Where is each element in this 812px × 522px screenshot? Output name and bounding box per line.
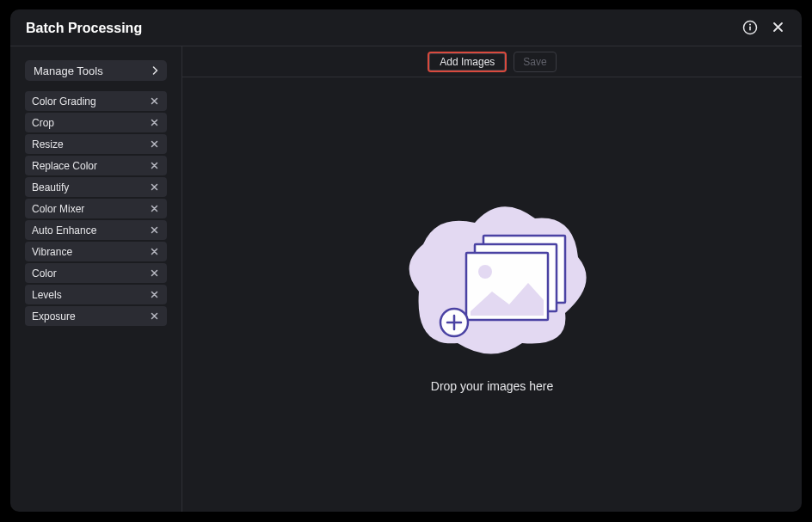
close-icon xyxy=(151,181,158,193)
tool-item-label: Crop xyxy=(32,117,54,129)
modal-header: Batch Processing xyxy=(10,9,802,46)
info-button[interactable] xyxy=(741,20,759,37)
modal-body: Manage Tools Color GradingCropResizeRepl… xyxy=(10,46,802,512)
tool-remove-button[interactable] xyxy=(148,267,160,279)
close-icon xyxy=(151,246,158,258)
save-button[interactable]: Save xyxy=(514,52,556,72)
modal-title: Batch Processing xyxy=(26,21,142,36)
tool-remove-button[interactable] xyxy=(148,203,160,215)
tool-item-label: Color Mixer xyxy=(32,203,84,215)
tool-item-label: Exposure xyxy=(32,310,76,322)
toolbar: Add Images Save xyxy=(182,46,802,77)
tool-item-label: Resize xyxy=(32,138,64,150)
tool-remove-button[interactable] xyxy=(148,160,160,172)
close-icon xyxy=(151,289,158,301)
add-images-button[interactable]: Add Images xyxy=(428,52,507,72)
tool-item-label: Color Grading xyxy=(32,95,96,107)
close-icon xyxy=(151,138,158,150)
tool-remove-button[interactable] xyxy=(148,117,160,129)
close-icon xyxy=(151,95,158,107)
tool-item[interactable]: Color Mixer xyxy=(25,199,167,218)
tool-remove-button[interactable] xyxy=(148,224,160,236)
close-icon xyxy=(151,224,158,236)
tool-remove-button[interactable] xyxy=(148,138,160,150)
tool-item[interactable]: Vibrance xyxy=(25,242,167,261)
tool-remove-button[interactable] xyxy=(148,246,160,258)
tool-item[interactable]: Crop xyxy=(25,113,167,132)
info-icon xyxy=(742,20,758,38)
tool-item[interactable]: Resize xyxy=(25,134,167,154)
tool-remove-button[interactable] xyxy=(148,289,160,301)
close-icon xyxy=(772,21,784,36)
drop-zone-text: Drop your images here xyxy=(431,379,553,393)
tool-item-label: Beautify xyxy=(32,181,69,193)
tool-list: Color GradingCropResizeReplace ColorBeau… xyxy=(25,91,167,326)
close-icon xyxy=(151,310,158,322)
chevron-right-icon xyxy=(152,66,158,75)
tool-item-label: Auto Enhance xyxy=(32,224,96,236)
tool-remove-button[interactable] xyxy=(148,181,160,193)
tool-item[interactable]: Color Grading xyxy=(25,91,167,111)
main-area: Add Images Save xyxy=(182,46,802,512)
close-icon xyxy=(151,267,158,279)
tool-item-label: Vibrance xyxy=(32,246,72,258)
close-icon xyxy=(151,160,158,172)
tool-item-label: Replace Color xyxy=(32,160,97,172)
svg-point-6 xyxy=(478,265,492,279)
close-icon xyxy=(151,117,158,129)
tool-item[interactable]: Auto Enhance xyxy=(25,220,167,240)
manage-tools-button[interactable]: Manage Tools xyxy=(25,60,167,81)
tool-item[interactable]: Replace Color xyxy=(25,156,167,175)
tool-item-label: Levels xyxy=(32,289,62,301)
tool-item-label: Color xyxy=(32,267,57,279)
tool-item[interactable]: Exposure xyxy=(25,306,167,326)
header-actions xyxy=(741,20,786,37)
tool-item[interactable]: Beautify xyxy=(25,177,167,197)
drop-illustration xyxy=(389,197,595,364)
close-button[interactable] xyxy=(769,20,786,37)
drop-zone[interactable]: Drop your images here xyxy=(182,77,802,512)
tool-remove-button[interactable] xyxy=(148,310,160,322)
sidebar: Manage Tools Color GradingCropResizeRepl… xyxy=(10,46,182,512)
tool-item[interactable]: Color xyxy=(25,263,167,283)
svg-rect-2 xyxy=(749,26,751,30)
close-icon xyxy=(151,203,158,215)
tool-item[interactable]: Levels xyxy=(25,285,167,304)
svg-point-1 xyxy=(749,23,751,25)
manage-tools-label: Manage Tools xyxy=(34,64,103,77)
tool-remove-button[interactable] xyxy=(148,95,160,107)
batch-processing-modal: Batch Processing xyxy=(10,9,802,512)
